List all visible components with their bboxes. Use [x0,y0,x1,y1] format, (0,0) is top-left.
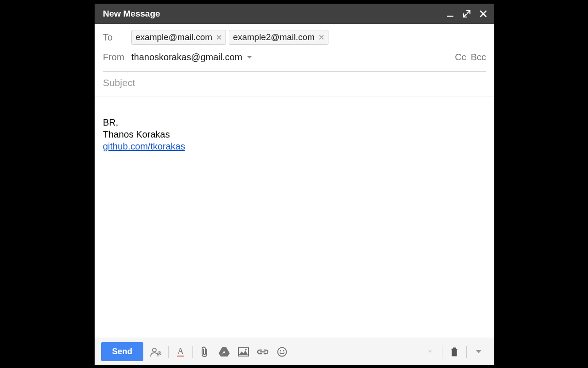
discard-draft-icon[interactable] [445,344,464,360]
svg-point-5 [278,347,287,356]
remove-chip-icon[interactable]: ✕ [318,33,324,42]
to-row[interactable]: To example@mail.com ✕ example2@mail.com … [103,26,486,49]
close-button[interactable] [479,9,488,18]
from-dropdown-icon[interactable] [247,56,252,59]
toolbar-divider [466,346,467,358]
svg-point-4 [245,349,247,351]
cc-button[interactable]: Cc [455,52,466,63]
compose-window: New Message To example@mail.com ✕ examp [95,4,494,365]
recipient-chip-text: example@mail.com [136,32,212,42]
more-options-icon[interactable] [469,344,488,360]
to-chips: example@mail.com ✕ example2@mail.com ✕ [131,30,328,45]
recipient-chip-text: example2@mail.com [233,32,315,42]
header-fields: To example@mail.com ✕ example2@mail.com … [95,24,494,72]
subject-row [95,72,494,97]
attachment-icon[interactable] [196,344,214,360]
recipient-chip[interactable]: example2@mail.com ✕ [229,30,328,45]
emoji-icon[interactable] [273,344,291,360]
window-header: New Message [95,4,494,24]
to-label: To [103,32,131,43]
compose-toolbar: Send A [95,338,494,365]
body-line: Thanos Korakas [103,128,486,140]
formatting-icon[interactable]: A [171,344,190,360]
format-letter: A [177,347,184,356]
svg-point-1 [153,348,156,352]
from-row: From thanoskorakas@gmail.com Cc Bcc [103,49,486,72]
add-contact-icon[interactable] [147,344,165,360]
cc-bcc-controls: Cc Bcc [455,52,486,63]
insert-link-icon[interactable] [254,344,272,360]
send-button[interactable]: Send [101,342,143,361]
toolbar-divider [168,346,169,358]
minimize-button[interactable] [446,9,455,18]
toolbar-divider [442,346,442,358]
body-line: BR, [103,116,486,128]
insert-photo-icon[interactable] [234,344,253,360]
drive-icon[interactable] [215,344,233,360]
signature-link[interactable]: github.com/tkorakas [103,141,185,151]
from-label: From [103,52,131,63]
svg-point-7 [283,350,284,351]
window-title: New Message [103,9,160,19]
toolbar-divider [192,346,193,358]
remove-chip-icon[interactable]: ✕ [216,33,222,42]
svg-rect-0 [447,16,453,17]
expand-button[interactable] [462,9,471,18]
window-controls [446,9,488,18]
toolbar-overflow-icon[interactable] [421,344,439,360]
from-value: thanoskorakas@gmail.com [131,52,243,63]
recipient-chip[interactable]: example@mail.com ✕ [131,30,226,45]
message-body[interactable]: BR, Thanos Korakas github.com/tkorakas [95,97,494,338]
subject-input[interactable] [103,77,486,88]
bcc-button[interactable]: Bcc [471,52,486,63]
svg-point-6 [280,350,281,351]
